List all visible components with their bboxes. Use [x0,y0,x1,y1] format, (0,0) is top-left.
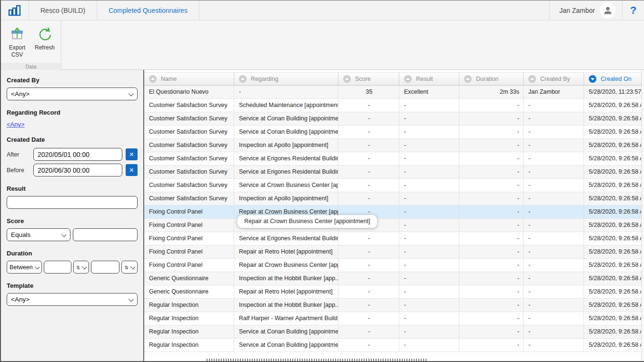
cell-created-by: - [524,285,584,299]
table-row[interactable]: Regular Inspection Service at Conan Buil… [144,325,641,339]
cell-duration: - [459,112,524,126]
table-row[interactable]: Customer Satisfaction Survey Service at … [144,112,641,126]
cell-score: - [338,99,399,112]
cell-duration: - [459,232,524,245]
sort-up-icon [528,75,536,83]
column-header-created-by[interactable]: Created By [524,73,584,85]
after-date-input[interactable] [33,148,122,161]
cell-duration: - [459,152,524,166]
table-row[interactable]: Customer Satisfaction Survey Service at … [144,126,641,139]
table-row[interactable]: Fixing Control Panel Repair at Crown Bus… [144,205,641,219]
result-label: Result [7,185,138,192]
cell-created-by: - [524,245,584,259]
cell-created-on: 5/28/2020, 9:26:58 A... [584,339,641,352]
cell-duration: - [459,245,524,259]
cell-score: - [338,245,399,259]
resco-logo-icon[interactable] [1,0,29,20]
table-row[interactable]: Generic Questionnaire Repair at Retro Ho… [144,285,641,299]
table-row[interactable]: Fixing Control Panel Repair at Crown Bus… [144,259,641,272]
table-row[interactable]: Regular Inspection Service at Conan Buil… [144,339,641,352]
table-row[interactable]: Customer Satisfaction Survey Inspection … [144,192,641,205]
refresh-label: Refresh [35,44,55,51]
cell-created-on: 5/28/2020, 9:26:58 A... [584,219,641,232]
table-row[interactable]: Customer Satisfaction Survey Scheduled M… [144,99,641,112]
cell-created-on: 5/28/2020, 9:26:58 A... [584,245,641,259]
vertical-scrollbar[interactable] [641,70,644,361]
column-header-name[interactable]: Name [144,73,234,85]
table-row[interactable]: Regular Inspection Ralf Harper - Warner … [144,312,641,325]
score-operator-select[interactable]: Equals [7,228,70,241]
table-row[interactable]: Customer Satisfaction Survey Service at … [144,179,641,192]
table-row[interactable]: Generic Questionnaire Inspection at the … [144,272,641,285]
cell-created-by: - [524,166,584,179]
duration-from-input[interactable] [44,261,71,274]
created-by-select[interactable]: <Any> [7,88,138,100]
column-header-duration[interactable]: Duration [459,73,524,85]
table-row[interactable]: El Questionario Nuevo - 35 Excellent 2m … [144,86,641,99]
column-header-created-on[interactable]: Created On [584,73,641,85]
column-header-result[interactable]: Result [399,73,459,85]
duration-to-input[interactable] [91,261,119,274]
cell-name: Fixing Control Panel [144,219,234,232]
cell-created-on: 5/28/2020, 9:26:58 A... [584,259,641,272]
cell-name: El Questionario Nuevo [144,86,234,99]
cell-result: - [399,126,459,139]
cell-created-on: 5/28/2020, 9:26:58 A... [584,205,641,219]
cell-score: - [338,166,399,179]
export-csv-button[interactable]: Export CSV [5,23,30,62]
cell-score: - [338,126,399,139]
created-date-before-row: Before × [7,164,138,176]
table-row[interactable]: Fixing Control Panel Service at Erigones… [144,232,641,245]
before-clear-button[interactable]: × [126,164,138,176]
cell-duration: - [459,166,524,179]
template-select[interactable]: <Any> [7,293,138,306]
cell-regarding: Repair at Crown Business Center [app... [234,259,338,272]
duration-operator-select[interactable]: Between [7,261,42,274]
cell-score: - [338,232,399,245]
cell-duration: - [459,285,524,299]
cell-created-by: - [524,232,584,245]
duration-row: Between s s [7,261,138,274]
table-row[interactable]: Regular Inspection Inspection at the Hob… [144,299,641,312]
cell-name: Fixing Control Panel [144,259,234,272]
cell-name: Regular Inspection [144,299,234,312]
user-menu[interactable]: Jan Zambor [549,0,622,20]
cell-created-by: - [524,112,584,126]
result-input[interactable] [7,196,138,209]
before-date-input[interactable] [33,164,122,176]
tab-resco-build[interactable]: Resco (BUILD) [29,0,97,20]
after-clear-button[interactable]: × [126,148,138,160]
created-date-label: Created Date [7,136,138,143]
app-window: Resco (BUILD) Completed Questionnaires J… [0,0,644,362]
cell-duration: - [459,219,524,232]
regarding-tooltip: Repair at Crown Business Center [appoint… [238,215,377,228]
table-row[interactable]: Customer Satisfaction Survey Inspection … [144,139,641,152]
cell-score: - [338,192,399,205]
help-button[interactable]: ? [622,0,644,20]
column-header-regarding[interactable]: Regarding [234,73,338,85]
regarding-record-any-link[interactable]: <Any> [7,121,25,128]
export-csv-icon [9,23,25,42]
tab-completed-questionnaires[interactable]: Completed Questionnaires [97,0,199,20]
cell-created-by: - [524,99,584,112]
score-value-input[interactable] [73,228,138,241]
refresh-button[interactable]: Refresh [32,23,57,62]
table-row[interactable]: Fixing Control Panel Repair at Retro Hot… [144,245,641,259]
cell-name: Customer Satisfaction Survey [144,126,234,139]
cell-created-on: 5/28/2020, 9:26:58 A... [584,112,641,126]
cell-regarding: Service at Crown Business Center [ap... [234,179,338,192]
duration-from-unit-select[interactable]: s [73,261,89,274]
table-row[interactable]: Fixing Control Panel - - - - 5/28/2020, … [144,219,641,232]
cell-created-by: - [524,219,584,232]
cell-result: - [399,219,459,232]
column-header-score[interactable]: Score [338,73,399,85]
ribbon-group-label: Data [25,64,36,69]
table-row[interactable]: Customer Satisfaction Survey Service at … [144,152,641,166]
cell-created-on: 5/28/2020, 9:26:58 A... [584,325,641,339]
table-row[interactable]: Customer Satisfaction Survey Service at … [144,166,641,179]
duration-to-unit-select[interactable]: s [121,261,138,274]
cell-regarding: Ralf Harper - Warner Apartment Build... [234,312,338,325]
cell-result: - [399,205,459,219]
cell-created-by: - [524,299,584,312]
column-header-label: Regarding [251,76,278,82]
